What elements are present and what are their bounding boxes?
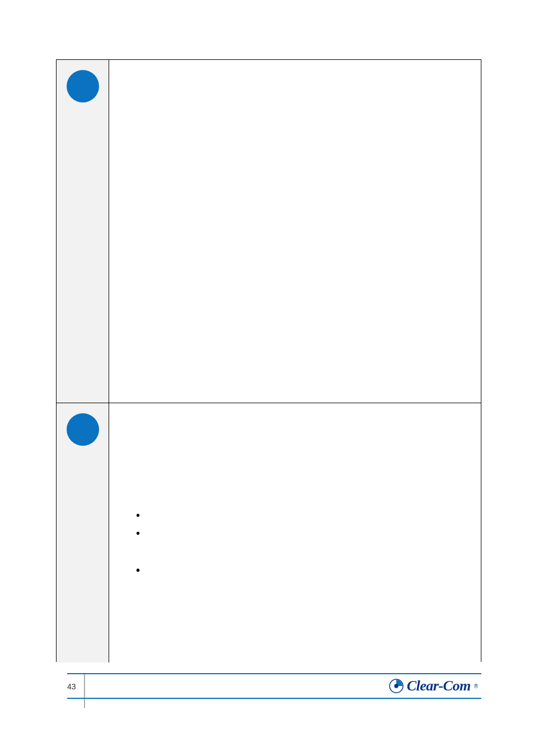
row-content-cell: [109, 60, 481, 403]
circle-marker-icon: [67, 413, 99, 446]
content-table: [56, 59, 481, 662]
registered-mark: ®: [474, 683, 478, 689]
footer-rule-top: [67, 673, 481, 674]
brand-name: Clear-Com: [407, 678, 471, 694]
svg-point-1: [394, 684, 398, 688]
table-row: [57, 403, 481, 662]
page-number: 43: [67, 682, 76, 691]
row-marker-cell: [57, 60, 109, 403]
brand-logo: Clear-Com ®: [389, 678, 478, 694]
row-content-cell: [109, 403, 481, 662]
row-marker-cell: [57, 403, 109, 662]
footer-rule-bottom: [67, 698, 481, 699]
bullet-list: [136, 510, 149, 564]
table-row: [57, 60, 481, 403]
circle-marker-icon: [67, 70, 99, 102]
brand-logo-icon: [389, 679, 404, 693]
document-page: 43 Clear-Com ®: [0, 0, 534, 756]
footer-tick: [84, 674, 85, 708]
